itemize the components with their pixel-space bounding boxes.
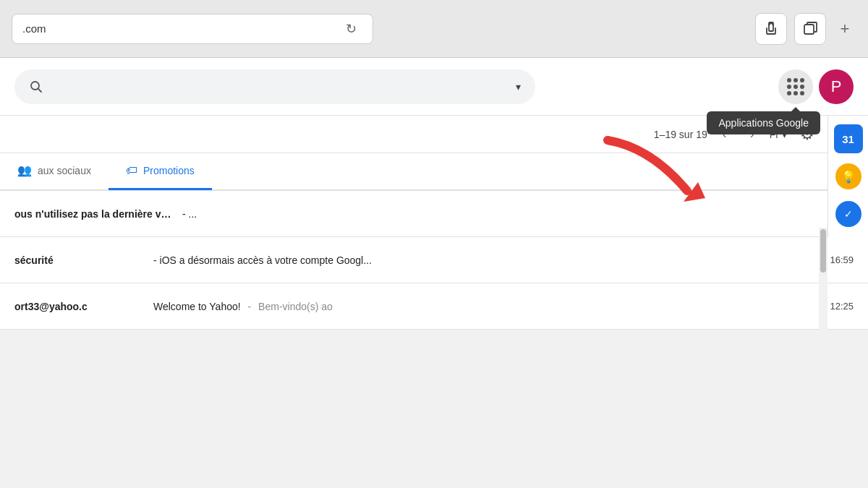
promotions-icon: 🏷 bbox=[126, 164, 137, 177]
tab-promotions-label: Promotions bbox=[143, 165, 195, 176]
pagination-text: 1–19 sur 19 bbox=[654, 129, 707, 140]
keep-icon: 💡 bbox=[835, 163, 861, 189]
calendar-sidebar-button[interactable]: 31 bbox=[831, 121, 866, 156]
email-sender: ous n'utilisez pas la dernière version d… bbox=[14, 208, 174, 220]
keep-sidebar-button[interactable]: 💡 bbox=[831, 159, 866, 194]
dot bbox=[793, 85, 798, 89]
dot bbox=[793, 78, 798, 82]
search-icon bbox=[29, 80, 43, 94]
avatar[interactable]: P bbox=[819, 69, 854, 104]
calendar-icon: 31 bbox=[834, 124, 863, 153]
scrollbar[interactable] bbox=[819, 228, 827, 416]
gmail-tabs: 👥 aux sociaux 🏷 Promotions bbox=[0, 153, 868, 191]
svg-rect-1 bbox=[804, 25, 814, 34]
gmail-header: ▾ Applications Google bbox=[0, 58, 868, 116]
email-row[interactable]: ous n'utilisez pas la dernière version d… bbox=[0, 191, 868, 237]
dot bbox=[787, 85, 791, 89]
scroll-thumb[interactable] bbox=[820, 229, 826, 273]
browser-chrome: .com ↻ + bbox=[0, 0, 868, 58]
apps-tooltip: Applications Google bbox=[707, 111, 820, 134]
url-text: .com bbox=[22, 22, 333, 35]
email-row[interactable]: ort33@yahoo.c Welcome to Yahoo! - Bem-vi… bbox=[0, 283, 868, 330]
email-subject: Welcome to Yahoo! - Bem-vindo(s) ao bbox=[153, 301, 809, 312]
tab-sociaux-label: aux sociaux bbox=[38, 165, 91, 176]
header-right: Applications Google P bbox=[778, 69, 854, 104]
dot bbox=[787, 91, 791, 95]
sociaux-icon: 👥 bbox=[17, 163, 32, 177]
google-apps-button[interactable]: Applications Google bbox=[778, 69, 813, 104]
email-list: ous n'utilisez pas la dernière version d… bbox=[0, 191, 868, 330]
new-tab-button[interactable]: + bbox=[833, 17, 856, 40]
dot bbox=[787, 78, 791, 82]
right-sidebar: 31 💡 ✓ bbox=[827, 116, 868, 237]
tasks-icon: ✓ bbox=[835, 201, 861, 227]
tab-sociaux[interactable]: 👥 aux sociaux bbox=[0, 153, 109, 190]
share-button[interactable] bbox=[755, 13, 787, 45]
tabs-button[interactable] bbox=[794, 13, 826, 45]
url-bar: .com ↻ bbox=[12, 14, 373, 44]
dot bbox=[800, 85, 804, 89]
svg-point-2 bbox=[31, 82, 39, 90]
reload-button[interactable]: ↻ bbox=[339, 17, 362, 40]
tasks-sidebar-button[interactable]: ✓ bbox=[831, 197, 866, 231]
email-sender: sécurité bbox=[14, 254, 145, 266]
email-sender: ort33@yahoo.c bbox=[14, 301, 145, 312]
dot bbox=[800, 91, 804, 95]
email-subject: - ... bbox=[182, 208, 809, 220]
email-row[interactable]: sécurité - iOS a désormais accès à votre… bbox=[0, 237, 868, 283]
tab-promotions[interactable]: 🏷 Promotions bbox=[109, 153, 212, 190]
apps-grid-icon bbox=[787, 78, 804, 95]
gmail-search-bar[interactable]: ▾ bbox=[14, 69, 535, 104]
dot bbox=[800, 78, 804, 82]
search-dropdown-arrow[interactable]: ▾ bbox=[516, 81, 521, 93]
dot bbox=[793, 91, 798, 95]
browser-actions: + bbox=[755, 13, 856, 45]
email-subject: - iOS a désormais accès à votre compte G… bbox=[153, 254, 809, 266]
